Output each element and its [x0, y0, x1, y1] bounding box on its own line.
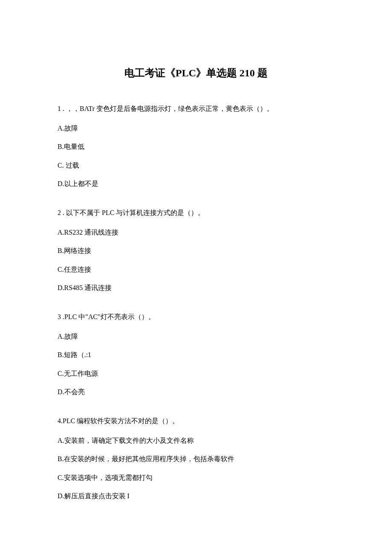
question-prompt: 4.PLC 编程软件安装方法不对的是（）。 [58, 416, 334, 427]
question-1: 1 . ，，BATr 变色灯是后备电源指示灯，绿色表示正常，黄色表示（）。 A.… [58, 103, 334, 189]
question-option: C.无工作电源 [58, 368, 334, 379]
question-option: B.在安装的时候，最好把其他应用程序失掉，包括杀毒软件 [58, 453, 334, 465]
question-prompt: 3 .PLC 中"AC"灯不亮表示（）。 [58, 311, 334, 323]
question-option: D.RS485 通讯连接 [58, 282, 334, 293]
question-2: 2 . 以下不属于 PLC 与计算机连接方式的是（）。 A.RS232 通讯线连… [58, 207, 334, 293]
question-option: B.短路（.:1 [58, 349, 334, 360]
question-prompt: 1 . ，，BATr 变色灯是后备电源指示灯，绿色表示正常，黄色表示（）。 [58, 103, 334, 114]
question-option: A.RS232 通讯线连接 [58, 227, 334, 238]
page-title: 电工考证《PLC》单选题 210 题 [58, 66, 334, 80]
question-option: B.网络连接 [58, 245, 334, 256]
question-option: B.电量低 [58, 141, 334, 152]
question-option: A.安装前，请确定下载文件的大小及文件名称 [58, 435, 334, 446]
question-option: C. 过载 [58, 160, 334, 171]
question-option: D.以上都不是 [58, 178, 334, 189]
question-prompt: 2 . 以下不属于 PLC 与计算机连接方式的是（）。 [58, 207, 334, 218]
question-option: C.任意连接 [58, 264, 334, 275]
question-option: C.安装选项中，选项无需都打勾 [58, 472, 334, 483]
question-option: D.不会亮 [58, 386, 334, 398]
question-option: D.解压后直接点击安装 I [58, 491, 334, 502]
question-option: A.故障 [58, 123, 334, 134]
question-option: A.故障 [58, 331, 334, 342]
question-3: 3 .PLC 中"AC"灯不亮表示（）。 A.故障 B.短路（.:1 C.无工作… [58, 311, 334, 398]
question-4: 4.PLC 编程软件安装方法不对的是（）。 A.安装前，请确定下载文件的大小及文… [58, 416, 334, 502]
